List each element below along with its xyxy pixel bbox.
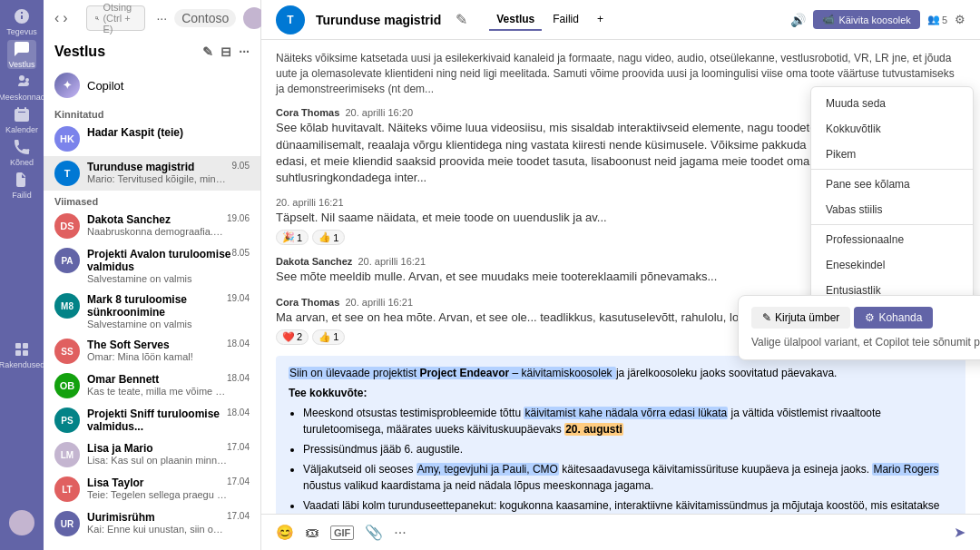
member-count[interactable]: 👥 5 bbox=[927, 14, 947, 25]
menu-item-pikem[interactable]: Pikem bbox=[811, 142, 973, 167]
emoji-icon[interactable]: 😊 bbox=[276, 524, 294, 541]
avatar-mark8: M8 bbox=[54, 293, 80, 319]
more-options-icon[interactable]: ··· bbox=[239, 44, 250, 59]
nav-user-avatar[interactable] bbox=[9, 510, 34, 535]
nav-icon-calendar[interactable]: Kalender bbox=[7, 105, 36, 134]
nav-bar: Tegevus Vestlus Meeskonnad Kalender Kõne… bbox=[0, 0, 44, 550]
summary-intro: Siin on ülevaade projektist Project Ende… bbox=[289, 365, 953, 381]
settings-icon[interactable]: ⚙ bbox=[955, 13, 965, 26]
ellipsis-icon[interactable]: ··· bbox=[156, 11, 167, 25]
chat-preview-softserves: Omar: Mina lõön kamal! bbox=[87, 351, 228, 362]
chat-preview-lisataylor: Teie: Tegelen sellega praegu samal ajal,… bbox=[87, 489, 228, 500]
reaction-thumbs2[interactable]: 👍1 bbox=[312, 329, 345, 345]
camera-icon: 📹 bbox=[822, 14, 835, 25]
sidebar-title: Vestlus bbox=[54, 44, 105, 60]
nav-icon-teams[interactable]: Meeskonnad bbox=[7, 73, 36, 102]
tab-vestlus[interactable]: Vestlus bbox=[489, 9, 542, 31]
sidebar: ‹ › Otsing (Ctrl + E) ··· Contoso — ⬜ ✕ … bbox=[44, 0, 261, 550]
search-box[interactable]: Otsing (Ctrl + E) bbox=[86, 5, 146, 31]
nav-icon-chat[interactable]: Vestlus bbox=[7, 40, 36, 69]
chat-item-sniff[interactable]: PS Projekti Sniff turuloomise valmidus..… bbox=[44, 403, 260, 437]
chat-item-softserves[interactable]: SS The Soft Serves 18.04 Omar: Mina lõön… bbox=[44, 334, 260, 368]
reaction-thumbs[interactable]: 👍1 bbox=[312, 230, 345, 245]
chat-name-dakota: Dakota Sanchez 19.06 bbox=[87, 213, 250, 226]
chat-item-hadar[interactable]: HK Hadar Kaspit (teie) bbox=[44, 122, 260, 156]
chat-preview-mark8: Salvestamine on valmis bbox=[87, 319, 228, 329]
chat-name-mark8: Mark 8 turuloomise sünkroonimine 19.04 bbox=[87, 293, 250, 319]
menu-item-vabas-stiilis[interactable]: Vabas stiilis bbox=[811, 197, 973, 222]
rewrite-tab-kohanda[interactable]: ⚙ Kohanda bbox=[854, 307, 933, 329]
main-area: T Turunduse magistrid ✎ Vestlus Failid +… bbox=[261, 0, 980, 550]
send-icon[interactable]: ➤ bbox=[954, 524, 965, 541]
nav-icon-files[interactable]: Failid bbox=[7, 171, 36, 200]
gif-icon[interactable]: GIF bbox=[330, 525, 354, 540]
filter-icon[interactable]: ⊟ bbox=[220, 44, 231, 59]
chat-item-uurimis[interactable]: UR Uurimisrühm 17.04 Kai: Enne kui unust… bbox=[44, 506, 260, 541]
more-icon[interactable]: ··· bbox=[394, 525, 406, 541]
channel-tabs: Vestlus Failid + bbox=[489, 9, 611, 31]
chat-info-mark8: Mark 8 turuloomise sünkroonimine 19.04 S… bbox=[87, 293, 250, 329]
chat-item-lisamario[interactable]: LM Lisa ja Mario 17.04 Lisa: Kas sul on … bbox=[44, 437, 260, 472]
avatar-turundus: T bbox=[54, 161, 80, 186]
tab-add[interactable]: + bbox=[590, 9, 611, 31]
chat-info-avalon: Projekti Avalon turuloomise valmidus 8.0… bbox=[87, 248, 250, 284]
chat-item-mark8[interactable]: M8 Mark 8 turuloomise sünkroonimine 19.0… bbox=[44, 289, 260, 334]
summary-kokkuvote: Tee kokkuvõte: bbox=[289, 385, 953, 401]
channel-avatar: T bbox=[276, 5, 305, 34]
rewrite-popup: ✎ Kirjuta ümber ⚙ Kohanda ✕ Valige ülalp… bbox=[738, 295, 980, 360]
join-meeting-btn[interactable]: 📹 Käivita koosolek bbox=[813, 10, 920, 29]
sliders-icon: ⚙ bbox=[865, 311, 875, 324]
chat-name-lisamario: Lisa ja Mario 17.04 bbox=[87, 442, 250, 455]
chat-name-uurimis: Uurimisrühm 17.04 bbox=[87, 511, 250, 524]
nav-icon-apps[interactable]: Rakendused bbox=[7, 340, 36, 369]
chat-name-avalon: Projekti Avalon turuloomise valmidus 8.0… bbox=[87, 248, 250, 273]
attach-icon[interactable]: 📎 bbox=[365, 524, 383, 541]
menu-item-muuda-seda[interactable]: Muuda seda bbox=[811, 91, 973, 116]
nav-arrows: ‹ › bbox=[54, 10, 68, 26]
summary-box: Siin on ülevaade projektist Project Ende… bbox=[276, 356, 965, 514]
chat-info-omar: Omar Bennett 18.04 Kas te teate, milla m… bbox=[87, 373, 250, 397]
copilot-item[interactable]: ✦ Copilot bbox=[44, 67, 260, 103]
chat-info-softserves: The Soft Serves 18.04 Omar: Mina lõön ka… bbox=[87, 339, 250, 362]
channel-edit-btn[interactable]: ✎ bbox=[452, 9, 471, 30]
account-pill[interactable]: Contoso bbox=[174, 9, 236, 27]
chat-info-lisataylor: Lisa Taylor 17.04 Teie: Tegelen sellega … bbox=[87, 476, 250, 500]
people-icon: 👥 bbox=[927, 14, 940, 25]
message-toolbar: 😊 🎟 GIF 📎 ··· ➤ bbox=[261, 514, 980, 550]
summary-bullet-2: Väljakutseid oli seoses Amy, tegevjuhi j… bbox=[303, 461, 953, 494]
chat-name-omar: Omar Bennett 18.04 bbox=[87, 373, 250, 386]
chat-item-dakota[interactable]: DS Dakota Sanchez 19.06 Naabruskonna dem… bbox=[44, 209, 260, 243]
chat-info-hadar: Hadar Kaspit (teie) bbox=[87, 126, 250, 139]
avatar-dakota: DS bbox=[54, 213, 80, 239]
rewrite-tabs: ✎ Kirjuta ümber ⚙ Kohanda bbox=[751, 307, 933, 329]
search-placeholder: Otsing (Ctrl + E) bbox=[103, 2, 137, 34]
chat-item-avalon[interactable]: PA Projekti Avalon turuloomise valmidus … bbox=[44, 243, 260, 289]
edit-icon: ✎ bbox=[762, 311, 771, 324]
menu-item-enesekindel[interactable]: Enesekindel bbox=[811, 252, 973, 278]
chat-item-omar[interactable]: OB Omar Bennett 18.04 Kas te teate, mill… bbox=[44, 368, 260, 403]
new-chat-icon[interactable]: ✎ bbox=[202, 44, 213, 59]
back-button[interactable]: ‹ bbox=[54, 10, 59, 26]
nav-icon-calls[interactable]: Kõned bbox=[7, 138, 36, 167]
chat-item-lisataylor[interactable]: LT Lisa Taylor 17.04 Teie: Tegelen selle… bbox=[44, 472, 260, 506]
avatar-softserves: SS bbox=[54, 339, 80, 364]
nav-icon-activity[interactable]: Tegevus bbox=[7, 7, 36, 36]
avatar-sniff: PS bbox=[54, 408, 80, 433]
svg-rect-3 bbox=[23, 350, 28, 356]
menu-divider-2 bbox=[811, 224, 973, 225]
rewrite-tab-kirjuta[interactable]: ✎ Kirjuta ümber bbox=[751, 307, 850, 329]
reaction-heart[interactable]: ❤️2 bbox=[276, 329, 309, 345]
avatar-hadar: HK bbox=[54, 126, 80, 152]
menu-item-kokkuvotlik[interactable]: Kokkuvõtlik bbox=[811, 116, 973, 142]
menu-item-pane-koalama[interactable]: Pane see kõlama bbox=[811, 172, 973, 197]
reaction-party[interactable]: 🎉1 bbox=[276, 230, 309, 245]
forward-button[interactable]: › bbox=[63, 10, 67, 26]
chat-name-softserves: The Soft Serves 18.04 bbox=[87, 339, 250, 351]
account-name: Contoso bbox=[181, 11, 229, 25]
summary-bullet-3: Vaadati läbi kolm turunduseettepanekut: … bbox=[303, 497, 953, 514]
sticker-icon[interactable]: 🎟 bbox=[305, 525, 319, 541]
chat-item-turundus[interactable]: T Turunduse magistrid 9.05 Mario: Tervit… bbox=[44, 156, 260, 191]
tab-failid[interactable]: Failid bbox=[545, 9, 586, 31]
section-pinned: Kinnitatud bbox=[44, 103, 260, 122]
menu-item-professionaalne[interactable]: Professionaalne bbox=[811, 227, 973, 252]
